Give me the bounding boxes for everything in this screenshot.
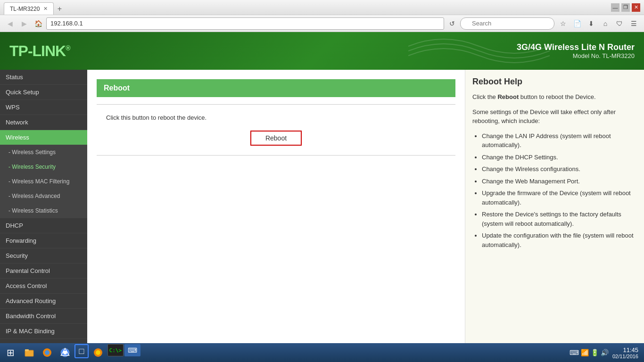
help-reboot-bold: Reboot <box>497 93 519 100</box>
navigation-bar: ◀ ▶ 🏠 ↺ 🔍 ☆ 📄 ⬇ ⌂ 🛡 ☰ <box>0 15 644 32</box>
header-wave-decoration <box>408 32 550 70</box>
sidebar-item-parental-control[interactable]: Parental Control <box>0 263 87 279</box>
tab-title: TL-MR3220 <box>10 6 40 12</box>
sidebar-item-wps[interactable]: WPS <box>0 100 87 115</box>
reboot-button-container: Reboot <box>97 131 455 146</box>
section-header: Reboot <box>97 79 455 97</box>
tab-bar: TL-MR3220 ✕ + <box>4 0 65 15</box>
sidebar-item-wireless-security[interactable]: - Wireless Security <box>0 160 87 174</box>
help-list-item-2: Change the DHCP Settings. <box>482 153 637 162</box>
sidebar-item-wireless-statistics[interactable]: - Wireless Statistics <box>0 204 87 218</box>
minimize-button[interactable]: — <box>611 3 619 12</box>
router-main: Status Quick Setup WPS Network Wireless … <box>0 70 644 343</box>
sidebar-item-wireless[interactable]: Wireless <box>0 130 87 145</box>
window-controls: — ❐ ✕ <box>611 3 640 12</box>
sidebar-item-wireless-mac-filtering[interactable]: - Wireless MAC Filtering <box>0 174 87 189</box>
help-title: Reboot Help <box>472 77 637 87</box>
active-tab[interactable]: TL-MR3220 ✕ <box>4 2 54 15</box>
sidebar-item-access-control[interactable]: Access Control <box>0 279 87 294</box>
restore-button[interactable]: ❐ <box>621 3 630 12</box>
search-input[interactable] <box>460 17 554 30</box>
home-button[interactable]: 🏠 <box>32 17 44 30</box>
help-list-item-6: Restore the Device's settings to the fac… <box>482 210 637 228</box>
logo-text: TP-LINK <box>9 42 66 59</box>
help-list-item-3: Change the Wireless configurations. <box>482 165 637 174</box>
sidebar-item-network[interactable]: Network <box>0 115 87 130</box>
help-list: Change the LAN IP Address (system will r… <box>472 132 637 250</box>
router-ui: TP-LINK® 3G/4G Wireless Lite N Router Mo… <box>0 32 644 343</box>
shield-icon[interactable]: 🛡 <box>613 17 626 30</box>
sidebar-item-status[interactable]: Status <box>0 70 87 85</box>
sidebar-item-advanced-routing[interactable]: Advanced Routing <box>0 294 87 309</box>
forward-button[interactable]: ▶ <box>18 17 30 30</box>
nav-icons: ☆ 📄 ⬇ ⌂ 🛡 ☰ <box>556 17 640 30</box>
tab-close-button[interactable]: ✕ <box>43 6 48 12</box>
bottom-divider <box>97 155 455 156</box>
reboot-button[interactable]: Reboot <box>250 131 302 146</box>
sidebar-item-wireless-advanced[interactable]: - Wireless Advanced <box>0 189 87 204</box>
help-panel: Reboot Help Click the Reboot button to r… <box>465 70 644 343</box>
tp-link-logo: TP-LINK® <box>9 42 70 60</box>
help-note: Some settings of the Device will take ef… <box>472 107 637 126</box>
help-list-item-1: Change the LAN IP Address (system will r… <box>482 132 637 150</box>
new-tab-button[interactable]: + <box>54 3 65 15</box>
sidebar-item-bandwidth-control[interactable]: Bandwidth Control <box>0 309 87 324</box>
help-list-item-7: Update the configuration with the file (… <box>482 231 637 249</box>
router-header: TP-LINK® 3G/4G Wireless Lite N Router Mo… <box>0 32 644 70</box>
sidebar-item-wireless-settings[interactable]: - Wireless Settings <box>0 145 87 160</box>
menu-icon[interactable]: ☰ <box>627 17 640 30</box>
reader-icon[interactable]: 📄 <box>570 17 584 30</box>
close-button[interactable]: ✕ <box>632 3 640 12</box>
model-number: Model No. TL-MR3220 <box>517 52 635 59</box>
sidebar-item-dynamic-dns[interactable]: Dynamic DNS <box>0 339 87 343</box>
help-intro: Click the Reboot button to reboot the De… <box>472 92 637 102</box>
top-divider <box>97 104 455 105</box>
refresh-button[interactable]: ↺ <box>446 17 458 30</box>
sidebar-item-dhcp[interactable]: DHCP <box>0 218 87 233</box>
content-area: Reboot Click this button to reboot the d… <box>87 70 465 343</box>
address-bar[interactable] <box>46 17 444 30</box>
search-container: 🔍 <box>460 17 554 30</box>
bookmark-icon[interactable]: ☆ <box>556 17 570 30</box>
help-list-item-4: Change the Web Management Port. <box>482 177 637 186</box>
reboot-description: Click this button to reboot the device. <box>97 114 455 121</box>
help-intro-text: Click the <box>472 93 497 100</box>
sidebar: Status Quick Setup WPS Network Wireless … <box>0 70 87 343</box>
help-list-item-5: Upgrade the firmware of the Device (syst… <box>482 189 637 207</box>
logo-reg: ® <box>66 44 70 52</box>
download-icon[interactable]: ⬇ <box>585 17 598 30</box>
sidebar-item-forwarding[interactable]: Forwarding <box>0 233 87 248</box>
tphome-icon[interactable]: ⌂ <box>599 17 612 30</box>
sidebar-item-security[interactable]: Security <box>0 248 87 263</box>
browser-title-bar: TL-MR3220 ✕ + — ❐ ✕ <box>0 0 644 15</box>
back-button[interactable]: ◀ <box>4 17 16 30</box>
sidebar-item-ip-mac-binding[interactable]: IP & MAC Binding <box>0 324 87 339</box>
sidebar-item-quick-setup[interactable]: Quick Setup <box>0 85 87 100</box>
help-intro-text2: button to reboot the Device. <box>519 93 595 100</box>
